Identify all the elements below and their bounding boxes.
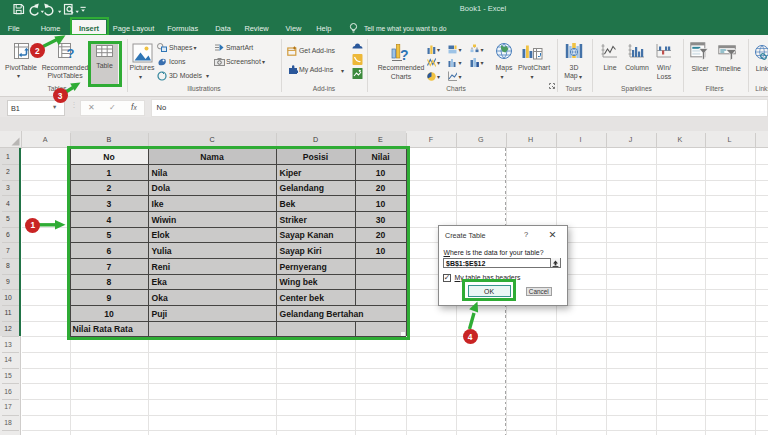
svg-text:?: ?	[400, 47, 409, 63]
svg-text:?: ?	[67, 45, 75, 60]
